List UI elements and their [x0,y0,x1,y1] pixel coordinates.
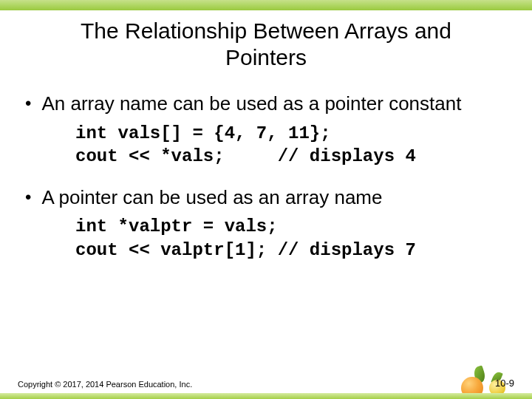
bullet-item: • A pointer can be used as an array name [21,185,511,210]
slide-footer: Copyright © 2017, 2014 Pearson Education… [18,378,514,389]
bullet-dot-icon: • [25,185,31,208]
copyright-text: Copyright © 2017, 2014 Pearson Education… [18,380,192,389]
page-number: 10-9 [495,378,514,389]
bullet-dot-icon: • [25,92,31,115]
bullet-text: An array name can be used as a pointer c… [41,92,461,116]
code-block: int vals[] = {4, 7, 11}; cout << *vals; … [75,122,511,168]
slide-body: The Relationship Between Arrays and Poin… [0,10,532,262]
bullet-text: A pointer can be used as an array name [41,185,382,210]
slide-title: The Relationship Between Arrays and Poin… [21,18,511,71]
bottom-accent-band [0,393,532,399]
top-accent-band [0,0,532,10]
bullet-item: • An array name can be used as a pointer… [21,92,511,116]
code-block: int *valptr = vals; cout << valptr[1]; /… [75,215,511,261]
